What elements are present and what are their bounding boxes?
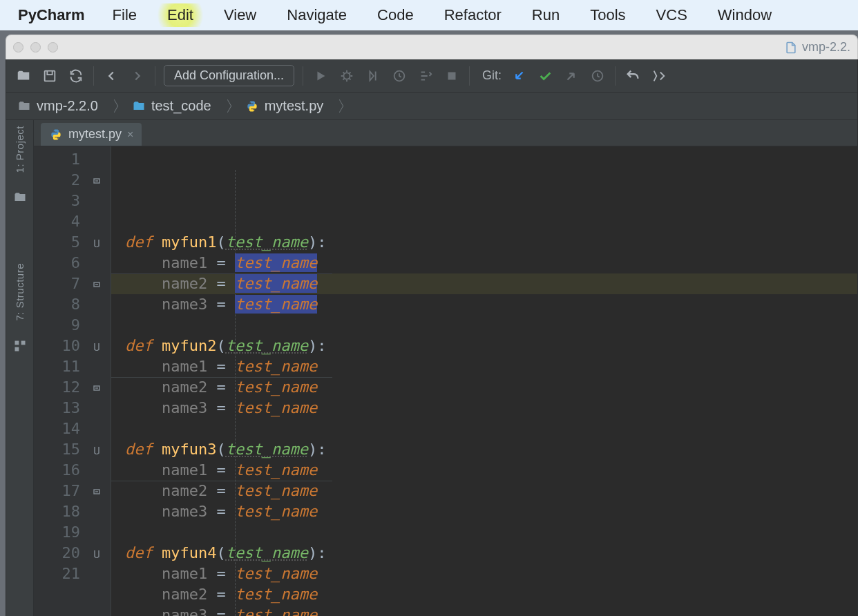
vcs-push-icon[interactable] <box>562 67 580 85</box>
code-editor[interactable]: 123456789101112131415161718192021 def my… <box>34 146 857 616</box>
stop-icon[interactable] <box>443 67 461 85</box>
window-titlebar: vmp-2.2. <box>6 35 858 59</box>
ide-settings-icon[interactable] <box>650 67 668 85</box>
vcs-history-icon[interactable] <box>589 67 607 85</box>
traffic-light-min[interactable] <box>30 42 41 52</box>
editor-tab-label: mytest.py <box>68 127 122 142</box>
code-line[interactable]: name3 = test_name <box>125 501 857 522</box>
svg-rect-7 <box>15 347 19 352</box>
svg-rect-3 <box>448 72 456 79</box>
python-file-icon <box>49 128 63 142</box>
breadcrumb-vmp-2-2-0[interactable]: vmp-2.2.0 <box>10 96 125 116</box>
fold-end-icon[interactable] <box>92 238 102 248</box>
method-separator <box>111 377 332 378</box>
menu-view[interactable]: View <box>209 3 271 27</box>
run-icon[interactable] <box>312 67 330 85</box>
concurrency-icon[interactable] <box>417 67 435 85</box>
code-line[interactable]: name2 = test_name <box>111 273 857 294</box>
code-line[interactable] <box>125 522 857 543</box>
menu-run[interactable]: Run <box>517 3 575 27</box>
vcs-update-icon[interactable] <box>510 67 528 85</box>
fold-open-icon[interactable] <box>92 383 102 393</box>
code-content[interactable]: def myfun1(test_name): name1 = test_name… <box>111 146 857 616</box>
menu-refactor[interactable]: Refactor <box>429 3 517 27</box>
svg-point-1 <box>344 73 350 79</box>
code-line[interactable]: name3 = test_name <box>125 398 857 418</box>
fold-end-icon[interactable] <box>92 549 102 559</box>
git-label: Git: <box>482 68 502 83</box>
code-line[interactable]: name3 = test_name <box>125 605 857 616</box>
svg-rect-0 <box>45 70 55 81</box>
menu-vcs[interactable]: VCS <box>641 3 703 27</box>
fold-open-icon[interactable] <box>92 487 102 497</box>
sync-icon[interactable] <box>67 67 85 85</box>
fold-end-icon[interactable] <box>92 445 102 455</box>
main-toolbar: Add Configuration... Git: <box>6 59 857 93</box>
menu-navigate[interactable]: Navigate <box>271 3 362 27</box>
tool-structure-tab[interactable]: 7: Structure <box>14 263 26 321</box>
code-line[interactable]: def myfun3(test_name): <box>125 439 857 460</box>
fold-open-icon[interactable] <box>92 280 102 289</box>
breadcrumb-mytest-py[interactable]: mytest.py <box>238 96 351 116</box>
code-line[interactable]: name2 = test_name <box>125 584 857 605</box>
tool-project-tab[interactable]: 1: Project <box>14 126 26 173</box>
close-tab-icon[interactable]: × <box>127 128 133 141</box>
svg-rect-5 <box>15 340 19 345</box>
coverage-icon[interactable] <box>364 67 382 85</box>
fold-open-icon[interactable] <box>92 176 102 186</box>
add-configuration-button[interactable]: Add Configuration... <box>164 65 294 86</box>
method-separator <box>111 273 332 274</box>
menu-file[interactable]: File <box>97 3 152 27</box>
code-line[interactable]: name1 = test_name <box>125 356 857 377</box>
folder-closed-icon[interactable] <box>13 191 27 206</box>
save-all-icon[interactable] <box>41 67 59 85</box>
method-separator <box>111 481 332 481</box>
window-tab[interactable]: vmp-2.2. <box>784 40 850 55</box>
breadcrumb-test-code[interactable]: test_code <box>125 96 238 116</box>
folder-icon <box>17 99 31 113</box>
open-icon[interactable] <box>15 67 32 85</box>
structure-icon[interactable] <box>13 339 27 355</box>
profile-icon[interactable] <box>390 67 408 85</box>
fold-end-icon[interactable] <box>92 342 102 352</box>
navigation-breadcrumbs: vmp-2.2.0test_codemytest.py <box>6 93 857 120</box>
editor-tabs-bar: mytest.py × <box>34 120 857 146</box>
menu-window[interactable]: Window <box>703 3 787 27</box>
back-arrow-icon[interactable] <box>102 67 120 85</box>
traffic-light-max[interactable] <box>48 42 58 52</box>
forward-arrow-icon[interactable] <box>128 67 146 85</box>
editor-tab-mytest[interactable]: mytest.py × <box>41 123 142 146</box>
editor-region: mytest.py × 1234567891011121314151617181… <box>34 120 857 616</box>
window-tab-label: vmp-2.2. <box>802 40 850 55</box>
menu-tools[interactable]: Tools <box>575 3 640 27</box>
code-line[interactable]: name2 = test_name <box>125 481 857 501</box>
line-gutter[interactable]: 123456789101112131415161718192021 <box>34 146 111 616</box>
code-line[interactable] <box>125 211 857 232</box>
debug-icon[interactable] <box>338 67 356 85</box>
code-line[interactable]: def myfun1(test_name): <box>125 232 857 253</box>
code-line[interactable]: name1 = test_name <box>125 564 857 584</box>
ide-body: Add Configuration... Git: vmp-2.2.0test_… <box>6 59 858 616</box>
code-line[interactable]: name3 = test_name <box>125 294 857 315</box>
code-line[interactable]: name2 = test_name <box>125 377 857 398</box>
svg-rect-6 <box>21 340 25 345</box>
menu-code[interactable]: Code <box>362 3 429 27</box>
code-line[interactable]: name1 = test_name <box>125 253 857 273</box>
traffic-light-close[interactable] <box>13 42 23 52</box>
left-tool-strip: 1: Project 7: Structure <box>6 120 34 616</box>
code-line[interactable]: def myfun2(test_name): <box>125 336 857 356</box>
undo-icon[interactable] <box>624 67 642 85</box>
code-line[interactable] <box>125 315 857 336</box>
code-line[interactable] <box>125 418 857 439</box>
app-name: PyCharm <box>6 6 97 24</box>
mac-menubar: PyCharm FileEditViewNavigateCodeRefactor… <box>0 0 858 30</box>
pyfile-icon <box>245 99 259 113</box>
vcs-commit-icon[interactable] <box>536 67 554 85</box>
folder-blue-icon <box>132 99 146 113</box>
code-line[interactable]: name1 = test_name <box>125 460 857 481</box>
menu-edit[interactable]: Edit <box>152 3 209 27</box>
file-icon <box>784 41 798 55</box>
code-line[interactable]: def myfun4(test_name): <box>125 543 857 564</box>
